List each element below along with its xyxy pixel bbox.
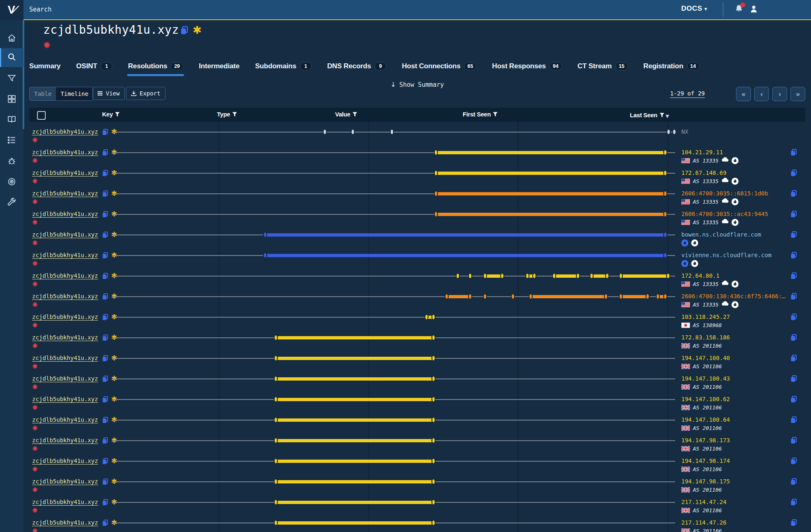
row-value-link[interactable]: 217.114.47.24 bbox=[681, 499, 727, 505]
copy-value-icon[interactable] bbox=[790, 169, 797, 177]
copy-value-icon[interactable] bbox=[790, 313, 797, 321]
row-value-link[interactable]: vivienne.ns.cloudflare.com bbox=[681, 252, 771, 258]
copy-value-icon[interactable] bbox=[790, 395, 797, 403]
row-key-link[interactable]: zcjdlb5ubkhy41u.xyz bbox=[32, 334, 98, 341]
column-header-key[interactable]: Key bbox=[102, 111, 120, 118]
row-value-link[interactable]: 172.67.148.69 bbox=[681, 170, 727, 176]
copy-value-icon[interactable] bbox=[790, 293, 797, 300]
copy-icon[interactable] bbox=[102, 375, 109, 383]
copy-value-icon[interactable] bbox=[790, 354, 797, 362]
copy-icon[interactable] bbox=[102, 293, 109, 300]
copy-icon[interactable] bbox=[102, 149, 109, 156]
filter-funnel-icon[interactable] bbox=[115, 112, 120, 117]
copy-icon[interactable] bbox=[102, 416, 109, 424]
row-key-link[interactable]: zcjdlb5ubkhy41u.xyz bbox=[32, 499, 98, 505]
copy-value-icon[interactable] bbox=[790, 478, 797, 486]
row-key-link[interactable]: zcjdlb5ubkhy41u.xyz bbox=[32, 170, 98, 176]
copy-icon[interactable] bbox=[102, 437, 109, 444]
copy-value-icon[interactable] bbox=[790, 190, 797, 197]
row-value-link[interactable]: 172.83.158.186 bbox=[681, 334, 730, 341]
row-value-link[interactable]: 104.21.29.11 bbox=[681, 149, 723, 156]
tab-ct-stream[interactable]: CT Stream15 bbox=[578, 60, 628, 72]
copy-icon[interactable] bbox=[102, 499, 109, 506]
row-key-link[interactable]: zcjdlb5ubkhy41u.xyz bbox=[32, 478, 98, 485]
copy-icon[interactable] bbox=[102, 190, 109, 197]
copy-value-icon[interactable] bbox=[790, 231, 797, 239]
row-key-link[interactable]: zcjdlb5ubkhy41u.xyz bbox=[32, 375, 98, 382]
tab-host-responses[interactable]: Host Responses94 bbox=[492, 60, 562, 72]
row-value-link[interactable]: 194.147.100.40 bbox=[681, 355, 730, 361]
copy-icon[interactable] bbox=[102, 334, 109, 342]
filter-funnel-icon[interactable] bbox=[493, 112, 498, 117]
row-key-link[interactable]: zcjdlb5ubkhy41u.xyz bbox=[32, 190, 98, 197]
row-value-link[interactable]: 194.147.100.43 bbox=[681, 375, 730, 382]
copy-icon[interactable] bbox=[102, 170, 109, 177]
row-key-link[interactable]: zcjdlb5ubkhy41u.xyz bbox=[32, 149, 98, 156]
prev-page-button[interactable]: ‹ bbox=[754, 87, 769, 101]
next-page-button[interactable]: › bbox=[772, 87, 787, 101]
copy-value-icon[interactable] bbox=[790, 375, 797, 383]
row-key-link[interactable]: zcjdlb5ubkhy41u.xyz bbox=[32, 293, 98, 300]
tab-osint[interactable]: OSINT1 bbox=[76, 60, 112, 72]
row-value-link[interactable]: 2606:4700:130:436c:6f75:6466:… bbox=[681, 293, 785, 300]
copy-icon[interactable] bbox=[180, 26, 189, 35]
copy-icon[interactable] bbox=[102, 519, 109, 527]
row-value-link[interactable]: 194.147.100.64 bbox=[681, 416, 730, 423]
column-header-value[interactable]: Value bbox=[335, 111, 357, 118]
sidebar-item-filter[interactable] bbox=[0, 70, 23, 88]
sidebar-item-search[interactable] bbox=[0, 48, 23, 67]
row-value-link[interactable]: 217.114.47.26 bbox=[681, 519, 727, 526]
copy-icon[interactable] bbox=[102, 478, 109, 486]
topbar-search-label[interactable]: Search bbox=[29, 6, 51, 13]
first-page-button[interactable]: « bbox=[736, 87, 751, 101]
row-key-link[interactable]: zcjdlb5ubkhy41u.xyz bbox=[32, 416, 98, 423]
last-page-button[interactable]: » bbox=[790, 87, 805, 101]
filter-funnel-icon[interactable] bbox=[352, 112, 357, 117]
validin-logo[interactable]: V∕ bbox=[0, 0, 23, 20]
table-timeline-toggle[interactable]: Table Timeline bbox=[29, 87, 93, 101]
row-key-link[interactable]: zcjdlb5ubkhy41u.xyz bbox=[32, 519, 98, 526]
row-key-link[interactable]: zcjdlb5ubkhy41u.xyz bbox=[32, 458, 98, 464]
copy-value-icon[interactable] bbox=[790, 334, 797, 342]
column-header-type[interactable]: Type bbox=[217, 111, 237, 118]
row-key-link[interactable]: zcjdlb5ubkhy41u.xyz bbox=[32, 128, 98, 135]
column-header-first-seen[interactable]: First Seen bbox=[463, 111, 498, 118]
tab-host-connections[interactable]: Host Connections65 bbox=[402, 60, 476, 72]
row-key-link[interactable]: zcjdlb5ubkhy41u.xyz bbox=[32, 272, 98, 279]
row-value-link[interactable]: 172.64.80.1 bbox=[681, 272, 720, 279]
row-key-link[interactable]: zcjdlb5ubkhy41u.xyz bbox=[32, 314, 98, 320]
sidebar-item-wrench[interactable] bbox=[0, 193, 23, 212]
account-icon[interactable] bbox=[748, 4, 759, 15]
copy-icon[interactable] bbox=[102, 252, 109, 259]
row-value-link[interactable]: 2606:4700:3035::ac43:9445 bbox=[681, 211, 768, 217]
row-value-link[interactable]: 2606:4700:3035::6815:1d0b bbox=[681, 190, 768, 197]
select-all-checkbox[interactable] bbox=[37, 111, 46, 120]
tab-registration[interactable]: Registration14 bbox=[643, 60, 699, 72]
table-view-button[interactable]: Table bbox=[30, 87, 56, 100]
copy-value-icon[interactable] bbox=[790, 519, 797, 527]
row-value-link[interactable]: 194.147.98.175 bbox=[681, 478, 730, 485]
sidebar-item-bug[interactable] bbox=[0, 152, 23, 171]
docs-menu[interactable]: DOCS▾ bbox=[681, 5, 707, 13]
row-key-link[interactable]: zcjdlb5ubkhy41u.xyz bbox=[32, 396, 98, 402]
copy-value-icon[interactable] bbox=[790, 498, 797, 506]
threat-icon[interactable]: ✺ bbox=[43, 40, 51, 50]
row-key-link[interactable]: zcjdlb5ubkhy41u.xyz bbox=[32, 211, 98, 217]
monitor-star-icon[interactable]: ✱ bbox=[193, 24, 202, 36]
copy-value-icon[interactable] bbox=[790, 457, 797, 465]
sidebar-item-library[interactable] bbox=[0, 111, 23, 130]
copy-value-icon[interactable] bbox=[790, 210, 797, 218]
copy-icon[interactable] bbox=[102, 458, 109, 465]
tab-summary[interactable]: Summary bbox=[29, 60, 61, 72]
sidebar-item-target[interactable] bbox=[0, 173, 23, 192]
row-key-link[interactable]: zcjdlb5ubkhy41u.xyz bbox=[32, 231, 98, 238]
filter-funnel-icon[interactable] bbox=[660, 113, 664, 118]
copy-value-icon[interactable] bbox=[790, 251, 797, 259]
row-key-link[interactable]: zcjdlb5ubkhy41u.xyz bbox=[32, 355, 98, 361]
tab-intermediate[interactable]: Intermediate bbox=[199, 60, 240, 72]
row-value-link[interactable]: 194.147.98.174 bbox=[681, 458, 730, 464]
copy-icon[interactable] bbox=[102, 211, 109, 218]
copy-icon[interactable] bbox=[102, 314, 109, 321]
copy-value-icon[interactable] bbox=[790, 416, 797, 424]
row-value-link[interactable]: 103.118.245.27 bbox=[681, 314, 730, 320]
